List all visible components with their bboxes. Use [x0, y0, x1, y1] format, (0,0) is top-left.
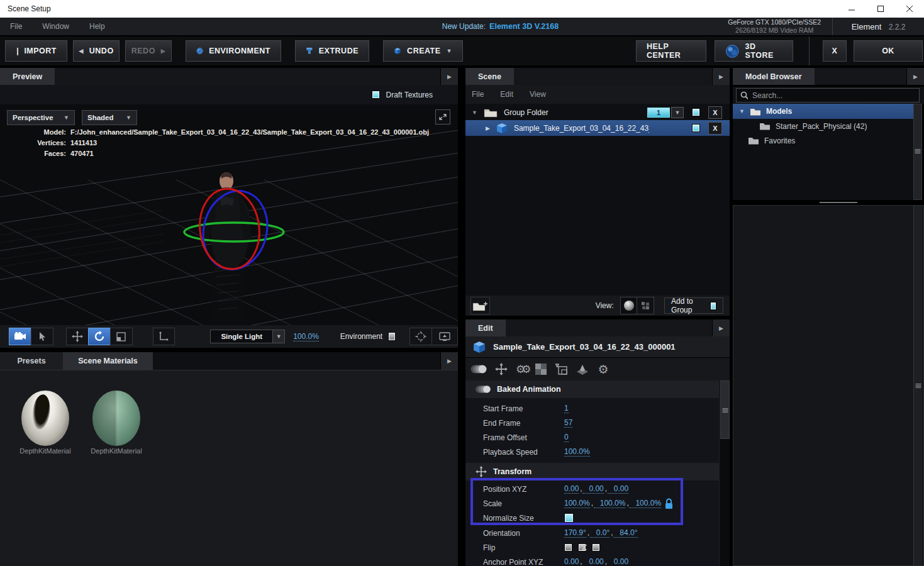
animation-icon[interactable]: [470, 364, 487, 374]
end-frame-value[interactable]: 57: [564, 418, 572, 428]
edit-scrollbar-thumb[interactable]: [720, 380, 730, 439]
item-visibility-checkbox[interactable]: [692, 124, 700, 132]
update-notice[interactable]: New Update: Element 3D V.2168: [442, 22, 559, 31]
select-tool-button[interactable]: [31, 328, 53, 345]
baked-animation-header[interactable]: Baked Animation: [465, 380, 719, 398]
create-button[interactable]: CREATE ▼: [383, 40, 463, 62]
group-delete-button[interactable]: X: [708, 106, 722, 119]
anchor-y-value[interactable]: 0.00: [582, 557, 603, 566]
menu-help[interactable]: Help: [79, 22, 115, 31]
gear-icon[interactable]: ⚙: [598, 362, 608, 377]
menu-window[interactable]: Window: [32, 22, 79, 31]
settings-gears-icon[interactable]: ⚙⚙: [516, 363, 527, 376]
preview-panel-arrow[interactable]: ▶: [440, 68, 458, 85]
model-preview-scrollbar[interactable]: [913, 206, 922, 565]
environment-checkbox[interactable]: [388, 332, 396, 341]
tab-preview[interactable]: Preview: [0, 68, 55, 85]
anchor-x-value[interactable]: 0.00: [564, 557, 579, 566]
light-intensity-value[interactable]: 100.0%: [293, 332, 319, 341]
viewport-maximize-button[interactable]: [435, 109, 450, 125]
undo-button[interactable]: ◀ UNDO: [73, 40, 120, 62]
tab-edit[interactable]: Edit: [465, 319, 506, 336]
reset-view-button[interactable]: [409, 328, 432, 345]
close-button[interactable]: [895, 0, 924, 18]
shade-mode-dropdown[interactable]: Shaded ▼: [82, 110, 137, 125]
light-mode-dropdown[interactable]: Single Light: [210, 330, 273, 343]
view-cubes-button[interactable]: [637, 297, 654, 314]
search-box[interactable]: [736, 88, 920, 103]
textures-icon[interactable]: [535, 363, 547, 375]
new-group-button[interactable]: [470, 297, 490, 314]
bevel-icon[interactable]: [576, 363, 589, 375]
group-visibility-checkbox[interactable]: [692, 108, 700, 116]
tab-scene[interactable]: Scene: [465, 68, 514, 85]
material-thumbnail[interactable]: [21, 391, 69, 446]
help-center-button[interactable]: HELP CENTER: [636, 40, 706, 62]
preview-viewport[interactable]: Perspective ▼ Shaded ▼ Model:F:/John_enh…: [0, 104, 458, 325]
collapse-triangle-icon[interactable]: ▼: [472, 109, 477, 116]
duplicate-icon[interactable]: [555, 363, 567, 375]
frame-offset-value[interactable]: 0: [564, 433, 569, 442]
import-button[interactable]: IMPORT: [5, 40, 67, 62]
tab-scene-materials[interactable]: Scene Materials: [63, 352, 153, 370]
browser-item-starter-pack[interactable]: Starter_Pack_Physical (42): [733, 119, 913, 133]
cancel-x-button[interactable]: X: [823, 40, 847, 62]
tab-model-browser[interactable]: Model Browser: [733, 68, 815, 85]
draft-textures-checkbox[interactable]: [372, 91, 380, 99]
scene-menu-view[interactable]: View: [530, 90, 546, 99]
materials-panel-arrow[interactable]: ▶: [440, 352, 458, 370]
model-browser-panel-arrow[interactable]: ▶: [906, 68, 924, 85]
item-delete-button[interactable]: X: [708, 122, 722, 135]
minimize-button[interactable]: [837, 0, 866, 18]
view-mode-dropdown[interactable]: Perspective ▼: [7, 110, 75, 125]
add-to-group-checkbox[interactable]: [710, 302, 716, 310]
view-label: View:: [596, 301, 614, 310]
update-version-link[interactable]: Element 3D V.2168: [489, 22, 559, 31]
scene-item-row[interactable]: ▶ Sample_Take_Export_03_04_16_22_43_0000…: [465, 120, 730, 136]
scene-menu-edit[interactable]: Edit: [500, 90, 513, 99]
group-count-caret[interactable]: ▼: [671, 107, 684, 118]
edit-panel-arrow[interactable]: ▶: [712, 319, 730, 336]
material-thumbnail[interactable]: [92, 391, 140, 446]
menu-file[interactable]: File: [0, 22, 32, 31]
rotate-tool-button[interactable]: [88, 328, 111, 345]
camera-tool-button[interactable]: [9, 328, 31, 345]
model-browser-scrollbar[interactable]: [913, 104, 922, 200]
transform-icon[interactable]: [495, 363, 508, 375]
ok-button[interactable]: OK: [854, 40, 923, 62]
view-sphere-button[interactable]: [620, 297, 638, 314]
browser-item-models[interactable]: ▼ Models: [733, 104, 913, 119]
model-browser-tabbar: Model Browser ▶: [733, 68, 924, 85]
model-preview-pane[interactable]: [733, 205, 924, 566]
playback-speed-value[interactable]: 100.0%: [564, 447, 590, 457]
start-frame-value[interactable]: 1: [564, 404, 569, 413]
flip-z-checkbox[interactable]: [592, 543, 600, 552]
orientation-y-value[interactable]: 0.0°: [590, 528, 610, 538]
3d-store-button[interactable]: 3D STORE: [715, 40, 793, 62]
expand-triangle-icon[interactable]: ▶: [486, 125, 490, 131]
scene-panel-arrow[interactable]: ▶: [712, 68, 730, 85]
folder-icon: [484, 108, 498, 118]
scale-tool-button[interactable]: [110, 328, 133, 345]
flip-x-checkbox[interactable]: [564, 543, 572, 552]
orientation-z-value[interactable]: 84.0°: [613, 528, 637, 538]
scene-menu-file[interactable]: File: [472, 90, 484, 99]
light-mode-caret[interactable]: ▼: [272, 330, 285, 343]
panel-splitter[interactable]: [733, 200, 924, 205]
move-tool-button[interactable]: [66, 328, 89, 345]
group-count-spinner[interactable]: 1: [647, 108, 670, 118]
edit-scrollbar[interactable]: [719, 380, 730, 566]
redo-button[interactable]: REDO ▶: [125, 40, 172, 62]
environment-button[interactable]: ENVIRONMENT: [186, 40, 281, 62]
search-input[interactable]: [752, 91, 915, 100]
axis-tool-button[interactable]: [153, 328, 175, 345]
scene-group-row[interactable]: ▼ Group Folder 1 ▼ X: [465, 104, 730, 120]
tab-presets[interactable]: Presets: [0, 352, 63, 370]
anchor-z-value[interactable]: 0.00: [608, 557, 628, 566]
browser-item-favorites[interactable]: Favorites: [733, 133, 913, 148]
maximize-button[interactable]: [866, 0, 895, 18]
orientation-x-value[interactable]: 170.9°: [564, 528, 586, 538]
fullscreen-preview-button[interactable]: [431, 328, 458, 345]
extrude-button[interactable]: EXTRUDE: [295, 40, 369, 62]
collapse-triangle-icon[interactable]: ▼: [739, 108, 745, 114]
